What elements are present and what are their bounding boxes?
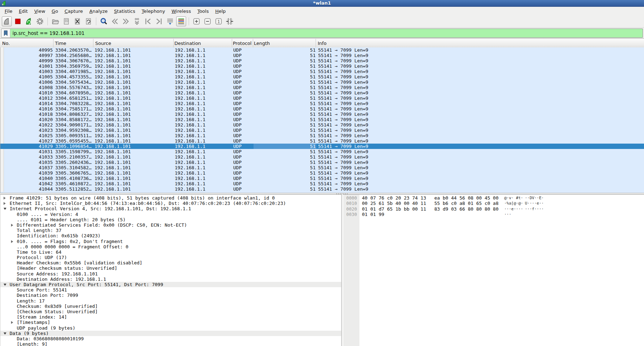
menu-go[interactable]: Go <box>48 8 61 15</box>
packet-row[interactable]: 410143304.7083228…192.168.1.101192.168.1… <box>0 101 644 106</box>
restart-capture-icon[interactable] <box>24 16 34 26</box>
start-capture-icon[interactable] <box>2 16 12 26</box>
stop-capture-icon[interactable] <box>13 16 23 26</box>
packet-row[interactable]: 410103304.6078950…192.168.1.101192.168.1… <box>0 90 644 95</box>
find-packet-icon[interactable] <box>99 16 109 26</box>
detail-line[interactable]: Source Port: 55141 <box>0 287 341 293</box>
auto-scroll-icon[interactable] <box>165 16 175 26</box>
packet-row[interactable]: 409953304.2063570…192.168.1.101192.168.1… <box>0 47 644 53</box>
packet-row[interactable]: 410013304.3569759…192.168.1.101192.168.1… <box>0 63 644 69</box>
detail-line[interactable]: Time to Live: 64 <box>0 249 341 255</box>
column-header-length[interactable]: Length <box>253 39 316 47</box>
open-file-icon[interactable] <box>50 16 60 26</box>
menu-telephony[interactable]: Telephony <box>138 8 168 15</box>
packet-details-pane[interactable]: Frame 41029: 51 bytes on wire (408 bits)… <box>0 194 342 346</box>
expander-open-icon[interactable] <box>4 208 6 210</box>
packet-row[interactable]: 410203304.8588172…192.168.1.101192.168.1… <box>0 117 644 122</box>
expander-closed-icon[interactable] <box>11 224 13 227</box>
column-header-source[interactable]: Source <box>93 39 174 47</box>
detail-line[interactable]: Protocol: UDP (17) <box>0 255 341 260</box>
detail-line[interactable]: Identification: 0x615b (24923) <box>0 233 341 238</box>
detail-line[interactable]: UDP payload (9 bytes) <box>0 325 341 331</box>
menu-capture[interactable]: Capture <box>61 8 86 15</box>
expander-closed-icon[interactable] <box>4 197 6 200</box>
packet-row[interactable]: 410083304.5576743…192.168.1.101192.168.1… <box>0 85 644 90</box>
zoom-out-icon[interactable] <box>203 16 213 26</box>
menu-edit[interactable]: Edit <box>16 8 31 15</box>
detail-line[interactable]: Total Length: 37 <box>0 228 341 233</box>
menu-wireless[interactable]: Wireless <box>168 8 194 15</box>
packet-row[interactable]: 410373305.3104582…192.168.1.101192.168.1… <box>0 165 644 170</box>
column-header-no[interactable]: No. <box>0 39 53 47</box>
expander-open-icon[interactable] <box>4 284 6 286</box>
detail-line[interactable]: [Header checksum status: Unverified] <box>0 265 341 271</box>
detail-line[interactable]: Header Checksum: 0x55b6 [validation disa… <box>0 260 341 265</box>
detail-line[interactable]: User Datagram Protocol, Src Port: 55141,… <box>0 282 341 287</box>
menu-tools[interactable]: Tools <box>194 8 212 15</box>
resize-columns-icon[interactable] <box>225 16 235 26</box>
detail-line[interactable]: Source Address: 192.168.1.101 <box>0 271 341 277</box>
packet-row[interactable]: 410033304.4071985…192.168.1.101192.168.1… <box>0 69 644 74</box>
normal-size-icon[interactable]: 1 <box>214 16 224 26</box>
detail-line[interactable]: Checksum: 0x83d9 [unverified] <box>0 304 341 309</box>
packet-list[interactable]: 409953304.2063570…192.168.1.101192.168.1… <box>0 47 644 193</box>
detail-line[interactable]: .... 0101 = Header Length: 20 bytes (5) <box>0 217 341 222</box>
detail-line[interactable]: [Length: 9] <box>0 341 341 346</box>
go-forward-icon[interactable] <box>121 16 131 26</box>
packet-row[interactable]: 409973304.2565680…192.168.1.101192.168.1… <box>0 53 644 58</box>
packet-row[interactable]: 410393305.3606765…192.168.1.101192.168.1… <box>0 170 644 176</box>
packet-row[interactable]: 410223304.9090171…192.168.1.101192.168.1… <box>0 122 644 128</box>
packet-row[interactable]: 410063304.5075434…192.168.1.101192.168.1… <box>0 79 644 85</box>
packet-row[interactable]: 410163304.7585171…192.168.1.101192.168.1… <box>0 106 644 112</box>
packet-row[interactable]: 410123304.6581251…192.168.1.101192.168.1… <box>0 95 644 101</box>
detail-line[interactable]: [Stream index: 14] <box>0 314 341 320</box>
detail-line[interactable]: [Checksum Status: Unverified] <box>0 309 341 314</box>
packet-row[interactable]: 410353305.2602436…192.168.1.101192.168.1… <box>0 160 644 165</box>
detail-line[interactable]: Data (9 bytes) <box>0 331 341 336</box>
go-to-packet-icon[interactable] <box>132 16 142 26</box>
expander-closed-icon[interactable] <box>11 240 13 243</box>
detail-line[interactable]: Differentiated Services Field: 0x00 (DSC… <box>0 222 341 228</box>
packet-row[interactable]: 410053304.4573355…192.168.1.101192.168.1… <box>0 74 644 79</box>
menu-view[interactable]: View <box>31 8 48 15</box>
packet-bytes-pane[interactable]: 000040 07 76 c0 20 23 74 13ea b0 44 56 0… <box>343 194 644 346</box>
hex-row[interactable]: 002001 01 d7 65 1b bb 00 1183 d9 03 66 8… <box>343 206 644 212</box>
close-file-icon[interactable] <box>72 16 82 26</box>
packet-row[interactable]: 409993304.3067670…192.168.1.101192.168.1… <box>0 58 644 63</box>
packet-row[interactable]: 410253305.0093511…192.168.1.101192.168.1… <box>0 133 644 138</box>
detail-line[interactable]: [Timestamps] <box>0 320 341 325</box>
detail-line[interactable]: Destination Port: 7099 <box>0 293 341 298</box>
packet-row[interactable]: 410403305.4108736…192.168.1.101192.168.1… <box>0 176 644 181</box>
go-back-icon[interactable] <box>110 16 120 26</box>
capture-options-icon[interactable] <box>35 16 45 26</box>
expander-open-icon[interactable] <box>4 332 6 335</box>
expander-closed-icon[interactable] <box>11 321 13 324</box>
menu-statistics[interactable]: Statistics <box>111 8 138 15</box>
packet-row[interactable]: 410273305.0595455…192.168.1.101192.168.1… <box>0 138 644 144</box>
detail-line[interactable]: Data: 036680808080010199 <box>0 336 341 341</box>
detail-line[interactable]: ...0 0000 0000 0000 = Fragment Offset: 0 <box>0 244 341 249</box>
filter-bookmark-icon[interactable] <box>1 29 10 37</box>
menu-file[interactable]: File <box>1 8 16 15</box>
column-header-destination[interactable]: Destination <box>174 39 232 47</box>
menu-analyze[interactable]: Analyze <box>86 8 111 15</box>
detail-line[interactable]: 0100 .... = Version: 4 <box>0 212 341 217</box>
detail-line[interactable]: Length: 17 <box>0 298 341 304</box>
packet-row[interactable]: 410183304.8086327…192.168.1.101192.168.1… <box>0 112 644 117</box>
first-packet-icon[interactable] <box>143 16 153 26</box>
menu-help[interactable]: Help <box>212 8 229 15</box>
hex-row[interactable]: 001000 25 61 5b 40 00 40 1155 b6 c0 a8 0… <box>343 201 644 206</box>
save-file-icon[interactable] <box>61 16 71 26</box>
column-header-time[interactable]: Time <box>53 39 93 47</box>
packet-row[interactable]: 410293305.1096854…192.168.1.101192.168.1… <box>0 144 644 149</box>
packet-row[interactable]: 410313305.1598799…192.168.1.101192.168.1… <box>0 149 644 154</box>
zoom-in-icon[interactable] <box>191 16 201 26</box>
detail-line[interactable]: Ethernet II, Src: IntelCor_b0:44:56 (74:… <box>0 201 341 206</box>
column-header-info[interactable]: Info <box>316 39 644 47</box>
hex-row[interactable]: 003001 01 99··· <box>343 212 644 217</box>
expander-closed-icon[interactable] <box>4 202 6 205</box>
column-header-protocol[interactable]: Protocol <box>232 39 253 47</box>
packet-row[interactable]: 410423305.4610872…192.168.1.101192.168.1… <box>0 181 644 186</box>
detail-line[interactable]: Destination Address: 192.168.1.1 <box>0 277 341 282</box>
packet-row[interactable]: 410233304.9592308…192.168.1.101192.168.1… <box>0 128 644 133</box>
